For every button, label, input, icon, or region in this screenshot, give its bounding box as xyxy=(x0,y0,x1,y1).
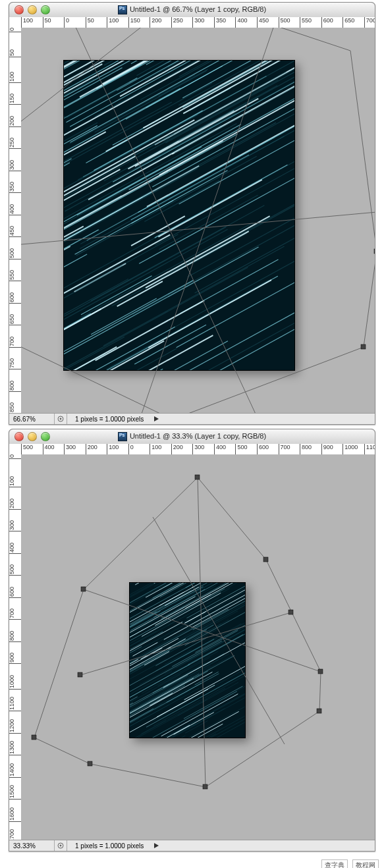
photoshop-window: Untitled-1 @ 33.3% (Layer 1 copy, RGB/8)… xyxy=(9,429,375,852)
document-stage[interactable] xyxy=(21,28,375,414)
close-window-button[interactable] xyxy=(14,432,24,441)
svg-rect-477 xyxy=(78,672,82,677)
svg-rect-471 xyxy=(195,475,200,479)
document-stage[interactable] xyxy=(21,454,375,840)
svg-point-234 xyxy=(60,418,62,420)
ruler-horizontal[interactable]: 1005005010015020025030035040045050055060… xyxy=(21,17,375,28)
canvas-content xyxy=(130,583,245,738)
ruler-vertical[interactable]: 0501001502002503003504004505005506006507… xyxy=(9,28,22,414)
titlebar[interactable]: Untitled-1 @ 66.7% (Layer 1 copy, RGB/8) xyxy=(9,3,375,18)
svg-rect-472 xyxy=(263,557,268,562)
canvas[interactable] xyxy=(130,583,245,738)
ruler-origin[interactable] xyxy=(9,444,22,455)
svg-rect-232 xyxy=(374,249,375,254)
footer-site: 查字典 xyxy=(321,859,348,868)
svg-rect-0 xyxy=(64,61,294,370)
zoom-window-button[interactable] xyxy=(41,432,50,441)
document-info[interactable]: 1 pixels = 1.0000 pixels xyxy=(67,416,151,423)
titlebar[interactable]: Untitled-1 @ 33.3% (Layer 1 copy, RGB/8) xyxy=(9,429,375,445)
ruler-vertical[interactable]: 0100200300400500600700800900100011001200… xyxy=(9,454,22,840)
window-title: Untitled-1 @ 66.7% (Layer 1 copy, RGB/8) xyxy=(9,5,375,14)
svg-line-464 xyxy=(34,738,90,764)
svg-rect-478 xyxy=(288,610,293,614)
ruler-origin[interactable] xyxy=(9,17,22,28)
svg-rect-476 xyxy=(88,761,92,766)
status-preview-icon[interactable] xyxy=(55,840,67,851)
svg-rect-470 xyxy=(81,587,86,591)
svg-line-461 xyxy=(319,672,321,711)
svg-marker-481 xyxy=(154,843,159,848)
ruler-horizontal[interactable]: 5004003002001000100200300400500600700800… xyxy=(21,444,375,455)
svg-rect-231 xyxy=(361,344,366,349)
zoom-field[interactable]: 66.67% xyxy=(9,414,55,424)
photoshop-icon xyxy=(118,432,127,441)
status-preview-icon[interactable] xyxy=(55,414,67,424)
window-title: Untitled-1 @ 33.3% (Layer 1 copy, RGB/8) xyxy=(9,432,375,441)
svg-rect-469 xyxy=(32,735,36,740)
svg-line-224 xyxy=(364,252,375,347)
document-info-menu-icon[interactable] xyxy=(154,416,159,421)
photoshop-window: Untitled-1 @ 66.7% (Layer 1 copy, RGB/8)… xyxy=(9,2,375,425)
svg-rect-473 xyxy=(318,669,323,674)
photoshop-icon xyxy=(118,5,127,14)
zoom-window-button[interactable] xyxy=(41,5,50,14)
svg-marker-235 xyxy=(154,416,159,421)
svg-line-457 xyxy=(34,589,84,738)
status-bar: 66.67% 1 pixels = 1.0000 pixels xyxy=(9,413,375,424)
close-window-button[interactable] xyxy=(14,5,24,14)
svg-line-459 xyxy=(198,477,266,560)
page-footer: 查字典 教程网 jiaocheng.chazidian.com xyxy=(0,855,384,868)
svg-line-223 xyxy=(350,51,375,252)
svg-rect-474 xyxy=(317,709,321,713)
canvas-content xyxy=(64,61,294,370)
minimize-window-button[interactable] xyxy=(28,5,37,14)
status-bar: 33.33% 1 pixels = 1.0000 pixels xyxy=(9,840,375,851)
svg-line-458 xyxy=(84,477,198,589)
footer-section: 教程网 xyxy=(352,859,379,868)
minimize-window-button[interactable] xyxy=(28,432,37,441)
window-controls xyxy=(14,5,50,14)
svg-rect-475 xyxy=(203,784,207,789)
window-controls xyxy=(14,432,50,441)
document-info[interactable]: 1 pixels = 1.0000 pixels xyxy=(67,842,151,850)
zoom-field[interactable]: 33.33% xyxy=(9,840,55,851)
svg-line-463 xyxy=(90,764,206,787)
svg-line-460 xyxy=(266,560,321,672)
document-info-menu-icon[interactable] xyxy=(154,843,159,848)
svg-point-480 xyxy=(60,845,62,847)
canvas[interactable] xyxy=(64,61,294,370)
svg-line-222 xyxy=(182,28,350,51)
